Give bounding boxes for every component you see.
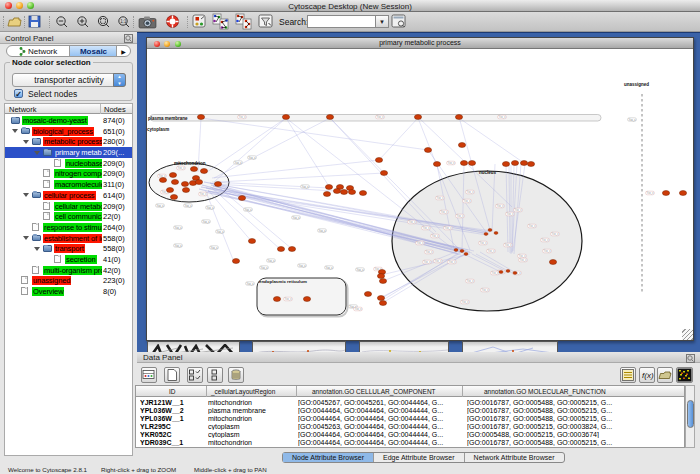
svg-text:Yxx_x: Yxx_x xyxy=(432,234,440,238)
svg-text:mitochondrion: mitochondrion xyxy=(174,161,206,166)
svg-text:plasma membrane: plasma membrane xyxy=(148,116,188,121)
svg-text:Yxx_x: Yxx_x xyxy=(261,266,269,270)
svg-text:Yxx_x: Yxx_x xyxy=(488,249,496,253)
svg-text:Yxx_x: Yxx_x xyxy=(423,226,431,230)
svg-text:Yxx_x: Yxx_x xyxy=(200,192,208,196)
svg-text:Yxx_x: Yxx_x xyxy=(235,161,243,165)
svg-text:Yxx_x: Yxx_x xyxy=(424,260,432,264)
svg-text:Yxx_x: Yxx_x xyxy=(357,268,365,272)
svg-text:Yxx_x: Yxx_x xyxy=(492,271,500,275)
svg-text:Yxx_x: Yxx_x xyxy=(515,208,523,212)
svg-text:Yxx_x: Yxx_x xyxy=(175,244,183,248)
svg-text:Yxx_x: Yxx_x xyxy=(185,204,193,208)
svg-text:Yxx_x: Yxx_x xyxy=(445,226,453,230)
svg-text:Yxx_x: Yxx_x xyxy=(467,190,475,194)
svg-text:Yxx_x: Yxx_x xyxy=(293,216,301,220)
svg-text:Yxx_x: Yxx_x xyxy=(497,204,505,208)
svg-text:Yxx_x: Yxx_x xyxy=(326,266,334,270)
svg-text:Yxx_x: Yxx_x xyxy=(207,206,215,210)
svg-text:Yxx_x: Yxx_x xyxy=(409,220,417,224)
svg-text:Yxx_x: Yxx_x xyxy=(507,212,515,216)
svg-text:Yxx_x: Yxx_x xyxy=(464,199,472,203)
svg-text:nucleus: nucleus xyxy=(479,170,497,175)
svg-text:Yxx_x: Yxx_x xyxy=(377,115,385,119)
svg-text:Yxx_x: Yxx_x xyxy=(647,191,655,195)
svg-text:Yxx_x: Yxx_x xyxy=(302,185,310,189)
svg-text:Yxx_x: Yxx_x xyxy=(355,307,363,311)
svg-text:Yxx_x: Yxx_x xyxy=(217,230,225,234)
svg-text:Yxx_x: Yxx_x xyxy=(319,229,327,233)
svg-text:Yxx_x: Yxx_x xyxy=(203,220,211,224)
svg-text:Yxx_x: Yxx_x xyxy=(249,156,257,160)
svg-text:1:1: 1:1 xyxy=(120,19,127,24)
svg-text:Yxx_x: Yxx_x xyxy=(449,260,457,264)
svg-text:Yxx_x: Yxx_x xyxy=(544,249,552,253)
svg-text:Yxx_x: Yxx_x xyxy=(285,297,293,301)
svg-text:f(x): f(x) xyxy=(642,371,654,380)
svg-text:Yxx_x: Yxx_x xyxy=(482,288,490,292)
svg-text:Yxx_x: Yxx_x xyxy=(499,115,507,119)
svg-text:unassigned: unassigned xyxy=(624,82,649,87)
svg-text:Yxx_x: Yxx_x xyxy=(552,232,560,236)
svg-text:Yxx_x: Yxx_x xyxy=(441,210,449,214)
svg-text:cytoplasm: cytoplasm xyxy=(147,127,169,132)
svg-text:Yxx_x: Yxx_x xyxy=(239,115,247,119)
svg-text:Yxx_x: Yxx_x xyxy=(178,166,186,170)
svg-text:Yxx_x: Yxx_x xyxy=(542,238,550,242)
svg-text:Yxx_x: Yxx_x xyxy=(417,241,425,245)
svg-text:Yxx_x: Yxx_x xyxy=(462,300,470,304)
svg-text:Yxx_x: Yxx_x xyxy=(457,214,465,218)
svg-text:Yxx_x: Yxx_x xyxy=(437,196,445,200)
svg-text:Yxx_x: Yxx_x xyxy=(211,246,219,250)
svg-text:Yxx_x: Yxx_x xyxy=(268,259,276,263)
svg-text:Yxx_x: Yxx_x xyxy=(629,118,637,122)
svg-text:Yxx_x: Yxx_x xyxy=(467,279,475,283)
svg-text:Yxx_x: Yxx_x xyxy=(435,259,443,263)
svg-text:Yxx_x: Yxx_x xyxy=(520,258,528,262)
svg-text:Yxx_x: Yxx_x xyxy=(505,243,513,247)
svg-text:Yxx_x: Yxx_x xyxy=(245,208,253,212)
svg-text:Yxx_x: Yxx_x xyxy=(247,282,255,286)
svg-text:Yxx_x: Yxx_x xyxy=(519,254,527,258)
svg-text:Yxx_x: Yxx_x xyxy=(529,224,537,228)
svg-text:Yxx_x: Yxx_x xyxy=(448,161,456,165)
svg-text:Yxx_x: Yxx_x xyxy=(157,204,165,208)
svg-text:endoplasmic reticulum: endoplasmic reticulum xyxy=(259,279,307,284)
svg-text:Yxx_x: Yxx_x xyxy=(480,241,488,245)
svg-text:Yxx_x: Yxx_x xyxy=(175,226,183,230)
svg-text:Yxx_x: Yxx_x xyxy=(299,264,307,268)
svg-text:Yxx_x: Yxx_x xyxy=(426,250,434,254)
